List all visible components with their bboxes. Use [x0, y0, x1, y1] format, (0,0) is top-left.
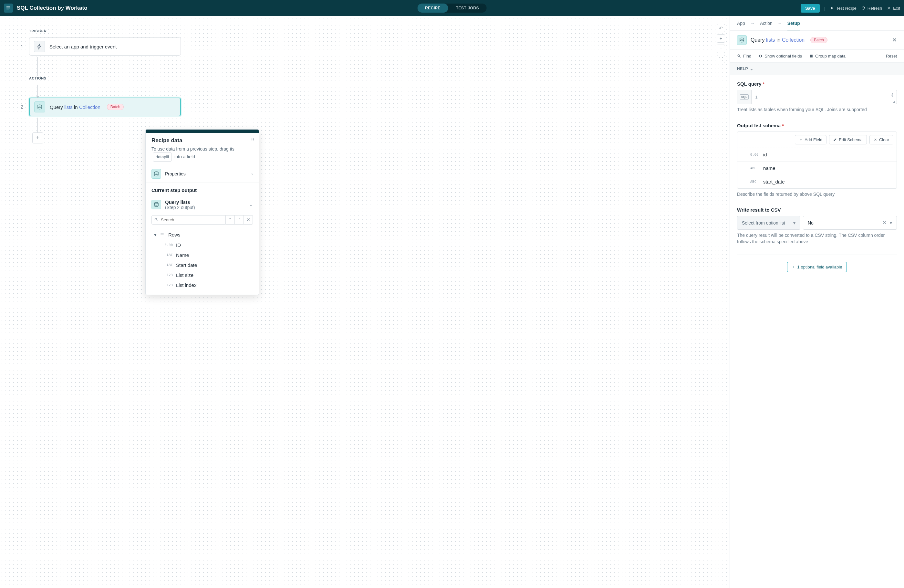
group-map-tool[interactable]: Group map data: [809, 54, 846, 58]
caret-down-icon: ▾: [793, 220, 795, 226]
tree-item[interactable]: 0.00ID: [161, 240, 253, 250]
main: ↶ + − ⛶ TRIGGER 1 Select an app and trig…: [0, 16, 904, 588]
search-input[interactable]: [152, 215, 226, 224]
collection-icon: [34, 101, 45, 112]
schema-row[interactable]: 0.00id: [737, 148, 896, 161]
zoom-out-button[interactable]: −: [717, 44, 725, 53]
x-icon: [874, 138, 877, 142]
schema-row[interactable]: ABCstart_date: [737, 175, 896, 188]
fit-button[interactable]: ⛶: [717, 55, 725, 63]
properties-row[interactable]: Properties ›: [145, 165, 259, 183]
connector-arrow: [38, 85, 38, 98]
eye-icon: [759, 54, 763, 58]
panel-toolbar: Find Show optional fields Group map data…: [730, 50, 904, 63]
tree-item[interactable]: ABCName: [161, 250, 253, 260]
recipe-data-popover: ⠿ Recipe data To use data from a previou…: [145, 129, 259, 295]
topbar-actions: Save | Test recipe Refresh Exit: [801, 4, 900, 13]
query-lists-icon: [152, 200, 161, 209]
popover-topbar: [145, 130, 259, 133]
csv-row: Select from option list ▾ No ✕ ▾: [737, 216, 897, 230]
tab-test-jobs[interactable]: TEST JOBS: [448, 3, 487, 13]
plus-icon: [799, 138, 803, 142]
bc-action[interactable]: Action: [760, 21, 773, 26]
batch-badge: Batch: [810, 37, 827, 43]
chevron-right-icon: ›: [251, 171, 253, 176]
search-clear-button[interactable]: ✕: [244, 215, 253, 224]
optional-fields-tool[interactable]: Show optional fields: [759, 54, 802, 58]
play-icon: [830, 6, 834, 10]
tree-item[interactable]: 123List index: [161, 280, 253, 290]
svg-point-3: [740, 38, 744, 40]
arrow-icon: →: [750, 21, 755, 26]
step-1-text: Select an app and trigger event: [49, 44, 117, 49]
step-2-card[interactable]: Query lists in Collection Batch: [29, 98, 181, 116]
search-prev-button[interactable]: ˄: [226, 215, 235, 224]
schema-box: Add Field Edit Schema Clear 0.00id ABCna…: [737, 131, 897, 189]
header-icon: [737, 35, 747, 45]
tree-rows[interactable]: ▾ Rows: [152, 230, 253, 240]
clear-icon[interactable]: ✕: [882, 220, 887, 226]
refresh-link[interactable]: Refresh: [861, 6, 882, 11]
exit-link[interactable]: Exit: [887, 6, 900, 11]
optional-field-button[interactable]: 1 optional field available: [787, 262, 847, 272]
sql-editor[interactable]: SQL 1 ⇕◢: [737, 90, 897, 104]
tab-recipe[interactable]: RECIPE: [417, 3, 448, 13]
current-step-label: Current step output: [145, 183, 259, 196]
help-toggle[interactable]: HELP ⌄: [730, 63, 904, 75]
bc-app[interactable]: App: [737, 21, 745, 26]
sql-badge: SQL: [737, 90, 752, 104]
csv-field: Write result to CSV Select from option l…: [737, 207, 897, 245]
add-step-button[interactable]: +: [32, 133, 43, 144]
zoom-in-button[interactable]: +: [717, 34, 725, 43]
schema-label: Output list schema *: [737, 123, 897, 128]
chevron-down-icon: ⌄: [249, 202, 253, 207]
resize-handle-icon[interactable]: ⇕◢: [888, 90, 896, 104]
sql-code-area[interactable]: [761, 90, 888, 104]
step-1-card[interactable]: Select an app and trigger event: [29, 38, 181, 55]
step-2-row: 2 Query lists in Collection Batch: [19, 98, 181, 116]
test-recipe-link[interactable]: Test recipe: [830, 6, 857, 11]
breadcrumb: App → Action → Setup: [730, 16, 904, 31]
sql-help-text: Treat lists as tables when forming your …: [737, 107, 897, 113]
trigger-section-label: TRIGGER: [29, 29, 181, 33]
popover-header: ⠿ Recipe data To use data from a previou…: [145, 133, 259, 165]
plus-icon: [792, 265, 795, 269]
reset-tool[interactable]: Reset: [886, 54, 897, 58]
search-row: ˄ ˅ ✕: [145, 213, 259, 228]
add-field-button[interactable]: Add Field: [795, 135, 827, 144]
svg-point-1: [154, 172, 158, 173]
canvas[interactable]: ↶ + − ⛶ TRIGGER 1 Select an app and trig…: [0, 16, 730, 588]
drag-handle-icon[interactable]: ⠿: [251, 137, 254, 142]
csv-value-select[interactable]: No ✕ ▾: [803, 216, 897, 230]
bc-setup[interactable]: Setup: [787, 21, 800, 30]
caret-down-icon: ▾: [154, 232, 156, 238]
undo-button[interactable]: ↶: [717, 24, 725, 32]
exit-label: Exit: [893, 6, 900, 11]
recipe-flow: TRIGGER 1 Select an app and trigger even…: [19, 29, 181, 144]
schema-row[interactable]: ABCname: [737, 161, 896, 175]
search-input-wrap: [152, 215, 226, 224]
popover-title: Recipe data: [152, 137, 253, 144]
csv-label: Write result to CSV: [737, 207, 897, 213]
close-panel-button[interactable]: ✕: [892, 36, 897, 44]
edit-schema-button[interactable]: Edit Schema: [829, 135, 867, 144]
actions-section-label: ACTIONS: [29, 76, 181, 80]
query-lists-row[interactable]: Query lists (Step 2 output) ⌄: [145, 196, 259, 213]
chevron-down-icon: ⌄: [750, 66, 754, 71]
find-tool[interactable]: Find: [737, 54, 751, 58]
pencil-icon: [833, 138, 837, 142]
connector: [38, 57, 38, 76]
search-next-button[interactable]: ˅: [235, 215, 244, 224]
search-icon: [737, 54, 741, 58]
csv-mode-select[interactable]: Select from option list ▾: [737, 216, 800, 230]
csv-value: No: [808, 220, 814, 226]
tree-item[interactable]: 123List size: [161, 270, 253, 280]
save-button[interactable]: Save: [801, 4, 819, 13]
sql-line-num: 1: [752, 90, 761, 104]
tree-item[interactable]: ABCStart date: [161, 260, 253, 270]
output-tree: ▾ Rows 0.00ID ABCName ABCStart date 123L…: [145, 228, 259, 295]
form-body: SQL query * SQL 1 ⇕◢ Treat lists as tabl…: [730, 75, 904, 283]
clear-schema-button[interactable]: Clear: [869, 135, 893, 144]
refresh-label: Refresh: [868, 6, 882, 11]
topbar: SQL Collection by Workato RECIPE TEST JO…: [0, 0, 904, 16]
